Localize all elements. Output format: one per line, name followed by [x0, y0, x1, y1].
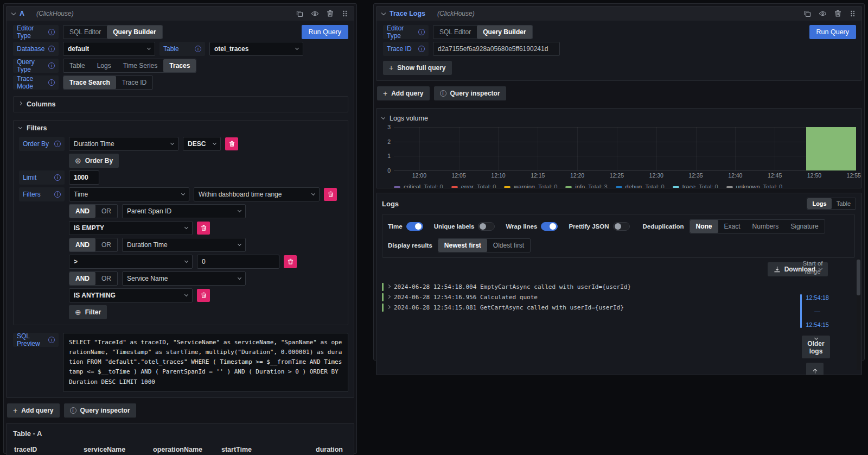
filter-operator-select[interactable]: Within dashboard time range	[194, 187, 320, 201]
or-option[interactable]: OR	[95, 205, 117, 218]
or-option[interactable]: OR	[95, 272, 117, 285]
query-type-table[interactable]: Table	[63, 59, 91, 72]
collapse-chevron-icon[interactable]	[381, 10, 386, 15]
log-time-range-indicator[interactable]: 12:54:18 — 12:54:15	[800, 294, 829, 328]
condition-field-select[interactable]: Service Name	[122, 271, 246, 286]
legend-item-critical[interactable]: criticalTotal: 0	[394, 184, 443, 188]
logs-volume-header[interactable]: Logs volume	[382, 112, 856, 125]
query-type-traces[interactable]: Traces	[163, 59, 196, 72]
table-view-option[interactable]: Table	[832, 198, 856, 209]
info-icon[interactable]: i	[48, 62, 55, 69]
drag-handle-icon[interactable]	[341, 10, 348, 17]
condition-value-input[interactable]: 0	[197, 255, 279, 269]
collapse-chevron-icon[interactable]	[11, 10, 16, 15]
dedup-exact-option[interactable]: Exact	[718, 220, 746, 233]
show-full-query-button[interactable]: +Show full query	[383, 61, 452, 75]
database-select[interactable]: default	[63, 42, 155, 56]
info-icon[interactable]: i	[48, 29, 55, 35]
info-icon[interactable]: i	[48, 79, 55, 86]
filters-section-header[interactable]: Filters	[14, 121, 348, 136]
add-filter-button[interactable]: ⊕Filter	[69, 305, 107, 319]
col-header-traceid[interactable]: traceID	[13, 443, 82, 455]
time-toggle[interactable]	[406, 222, 423, 231]
order-by-field-select[interactable]: Duration Time	[69, 137, 178, 151]
info-icon[interactable]: i	[418, 29, 425, 35]
add-query-button[interactable]: +Add query	[7, 403, 60, 418]
log-row[interactable]: 2024-06-28 12:54:18.004 EmptyCartAsync c…	[382, 282, 769, 292]
and-option[interactable]: AND	[69, 272, 95, 285]
remove-query-trash-icon[interactable]	[327, 10, 334, 17]
sql-editor-option[interactable]: SQL Editor	[63, 26, 107, 39]
condition-field-select[interactable]: Parent Span ID	[122, 204, 246, 218]
or-option[interactable]: OR	[95, 238, 117, 251]
info-icon[interactable]: i	[48, 337, 55, 343]
and-option[interactable]: AND	[69, 205, 95, 218]
newest-first-option[interactable]: Newest first	[438, 239, 487, 252]
duplicate-query-icon[interactable]	[296, 10, 303, 17]
query-inspector-button[interactable]: iQuery inspector	[64, 403, 136, 418]
legend-item-debug[interactable]: debugTotal: 0	[616, 184, 665, 188]
remove-condition-button[interactable]	[197, 222, 210, 235]
wrap-lines-toggle[interactable]	[541, 222, 558, 231]
remove-query-trash-icon[interactable]	[834, 10, 841, 17]
dedup-numbers-option[interactable]: Numbers	[746, 220, 785, 233]
info-icon[interactable]: i	[48, 46, 55, 52]
legend-item-info[interactable]: infoTotal: 3	[565, 184, 607, 188]
remove-order-by-button[interactable]	[225, 137, 238, 150]
dedup-none-option[interactable]: None	[690, 220, 718, 233]
legend-item-trace[interactable]: traceTotal: 0	[673, 184, 718, 188]
hide-response-eye-icon[interactable]	[311, 10, 319, 17]
columns-section-header[interactable]: Columns	[14, 97, 348, 112]
sql-editor-option[interactable]: SQL Editor	[433, 26, 477, 39]
col-header-duration[interactable]: duration	[303, 443, 347, 455]
legend-item-warning[interactable]: warningTotal: 0	[504, 184, 557, 188]
order-direction-select[interactable]: DESC	[183, 137, 221, 151]
query-builder-option[interactable]: Query Builder	[477, 26, 532, 39]
remove-filter-button[interactable]	[324, 188, 337, 201]
older-logs-button[interactable]: Older logs	[802, 336, 830, 358]
hide-response-eye-icon[interactable]	[819, 10, 827, 17]
log-row[interactable]: 2024-06-28 12:54:15.081 GetCartAsync cal…	[382, 302, 769, 313]
table-select[interactable]: otel_traces	[209, 42, 303, 56]
prettify-json-toggle[interactable]	[613, 222, 630, 231]
info-icon[interactable]: i	[54, 174, 61, 181]
trace-id-option[interactable]: Trace ID	[116, 76, 153, 89]
col-header-operationname[interactable]: operationName	[152, 443, 220, 455]
remove-condition-button[interactable]	[284, 255, 297, 268]
condition-operator-select[interactable]: IS ANYTHING	[69, 288, 193, 302]
trace-search-option[interactable]: Trace Search	[63, 76, 116, 89]
unique-labels-toggle[interactable]	[478, 222, 495, 231]
oldest-first-option[interactable]: Oldest first	[487, 239, 530, 252]
info-icon[interactable]: i	[54, 141, 61, 147]
filter-field-select[interactable]: Time	[69, 187, 189, 201]
duplicate-query-icon[interactable]	[803, 10, 811, 17]
condition-field-select[interactable]: Duration Time	[122, 238, 246, 252]
remove-condition-button[interactable]	[197, 289, 210, 302]
query-type-timeseries[interactable]: Time Series	[117, 59, 164, 72]
drag-handle-icon[interactable]	[849, 10, 856, 17]
scroll-to-top-button[interactable]	[806, 363, 824, 375]
add-query-button[interactable]: +Add query	[377, 86, 430, 100]
query-type-logs[interactable]: Logs	[91, 59, 117, 72]
run-query-button[interactable]: Run Query	[302, 25, 348, 39]
col-header-servicename[interactable]: serviceName	[82, 443, 152, 455]
log-row[interactable]: 2024-06-28 12:54:16.956 Calculated quote	[382, 292, 769, 302]
logs-view-option[interactable]: Logs	[807, 198, 831, 209]
col-header-starttime[interactable]: startTime	[220, 443, 303, 455]
legend-item-error[interactable]: errorTotal: 0	[451, 184, 496, 188]
info-icon[interactable]: i	[54, 191, 61, 198]
dedup-signature-option[interactable]: Signature	[784, 220, 824, 233]
query-builder-option[interactable]: Query Builder	[107, 26, 162, 39]
info-icon[interactable]: i	[418, 46, 425, 52]
limit-input[interactable]: 1000	[69, 170, 99, 185]
add-order-by-button[interactable]: ⊕Order By	[69, 154, 119, 168]
condition-operator-select[interactable]: IS EMPTY	[69, 221, 193, 235]
legend-item-unknown[interactable]: unknownTotal: 0	[726, 184, 783, 188]
condition-operator-select[interactable]: >	[69, 255, 193, 269]
trace-id-input[interactable]: d2a7155ef6a928a05680e5ff6190241d	[433, 42, 560, 56]
run-query-button[interactable]: Run Query	[809, 25, 856, 39]
info-icon[interactable]: i	[195, 46, 201, 52]
query-inspector-button[interactable]: iQuery inspector	[434, 86, 506, 100]
logs-scrollbar-thumb[interactable]	[857, 260, 860, 295]
and-option[interactable]: AND	[69, 238, 95, 251]
